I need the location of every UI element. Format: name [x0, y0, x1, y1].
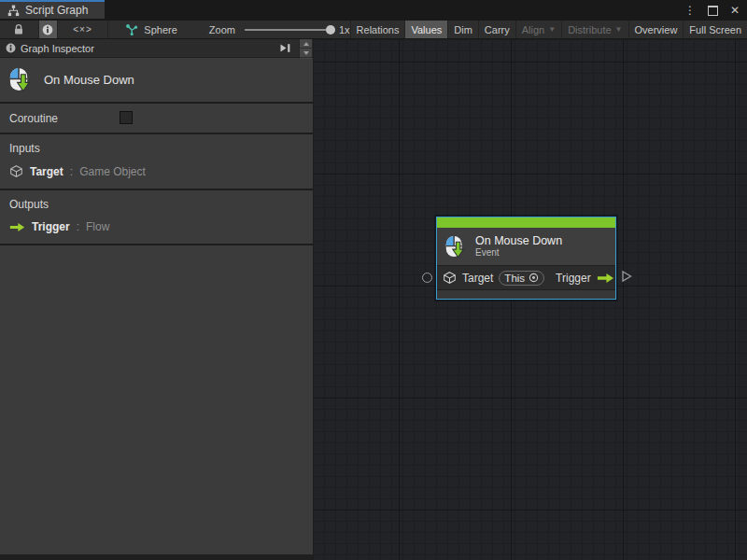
flow-arrow-icon	[9, 222, 25, 232]
overview-label: Overview	[635, 24, 678, 35]
trigger-port-label: Trigger	[556, 272, 591, 285]
target-port-label: Target	[462, 272, 493, 285]
unit-header: On Mouse Down	[0, 58, 313, 102]
align-label: Align	[522, 24, 544, 35]
toolbar-button-group: Relations Values Dim Carry Align ▼ Distr…	[350, 21, 747, 38]
values-label: Values	[411, 24, 442, 35]
target-value-button[interactable]: This	[499, 271, 544, 286]
output-port-handle[interactable]	[621, 270, 632, 283]
maximize-icon[interactable]	[708, 6, 718, 16]
align-dropdown[interactable]: Align ▼	[515, 21, 561, 38]
scroll-down-button[interactable]	[300, 49, 312, 58]
node-ports-row: Target This Trigger	[437, 265, 615, 290]
more-menu-icon[interactable]: ⋮	[684, 5, 696, 16]
pin-separator: :	[77, 220, 79, 233]
panel-bottom-edge	[0, 554, 313, 560]
coroutine-row: Coroutine	[0, 104, 313, 133]
graph-toolbar: <×> Sphere Zoom 1x Relations Values Dim	[0, 21, 747, 39]
node-color-bar	[437, 217, 615, 228]
triangle-up-icon	[303, 42, 309, 46]
unit-title: On Mouse Down	[44, 73, 134, 87]
output-pin-row: Trigger : Flow	[9, 220, 313, 233]
values-button[interactable]: Values	[404, 21, 447, 38]
zoom-value: 1x	[339, 24, 350, 35]
node-header[interactable]: On Mouse Down Event	[437, 228, 615, 265]
chevron-down-icon: ▼	[615, 25, 623, 34]
relations-label: Relations	[357, 24, 400, 35]
triangle-down-icon	[303, 51, 309, 55]
tab-script-graph[interactable]: Script Graph	[0, 0, 105, 19]
node-footer	[437, 290, 615, 299]
info-icon	[6, 43, 16, 53]
window-controls: ⋮ ✕	[684, 0, 740, 21]
flow-arrow-icon	[597, 273, 614, 284]
distribute-dropdown[interactable]: Distribute ▼	[561, 21, 627, 38]
input-port-handle[interactable]	[422, 273, 432, 283]
lock-icon	[13, 23, 24, 35]
window-tab-bar: Script Graph ⋮ ✕	[0, 0, 747, 21]
input-pin-row: Target : Game Object	[9, 164, 313, 178]
graph-canvas[interactable]: On Mouse Down Event Target This	[313, 39, 747, 560]
info-icon	[42, 24, 53, 35]
carry-label: Carry	[485, 24, 510, 35]
zoom-slider-knob[interactable]	[326, 25, 335, 35]
edit-graph-button[interactable]: <×>	[58, 21, 109, 38]
mouse-down-icon	[8, 66, 32, 93]
relations-button[interactable]: Relations	[350, 21, 405, 38]
cube-icon	[9, 164, 23, 178]
close-icon[interactable]: ✕	[730, 5, 740, 16]
chevron-down-icon: ▼	[548, 25, 556, 34]
dim-button[interactable]: Dim	[447, 21, 478, 38]
output-pin-name: Trigger	[32, 220, 70, 233]
outputs-section: Outputs Trigger : Flow	[0, 190, 313, 244]
carry-button[interactable]: Carry	[478, 21, 515, 38]
coroutine-label: Coroutine	[9, 112, 58, 125]
divider	[0, 244, 313, 245]
graph-inspector-panel: Graph Inspector On Mouse Down Coroutine	[0, 39, 313, 560]
scroll-up-button[interactable]	[300, 39, 312, 49]
inspector-title: Graph Inspector	[21, 43, 94, 54]
event-node[interactable]: On Mouse Down Event Target This	[436, 217, 616, 300]
code-icon: <×>	[73, 24, 92, 35]
node-title: On Mouse Down	[475, 234, 562, 247]
target-value: This	[504, 273, 525, 284]
inspector-header: Graph Inspector	[0, 39, 313, 58]
tab-title: Script Graph	[25, 4, 88, 17]
mouse-down-icon	[444, 234, 466, 259]
zoom-control: Zoom 1x	[209, 24, 350, 35]
full-screen-button[interactable]: Full Screen	[683, 21, 747, 38]
cube-icon	[443, 271, 457, 285]
zoom-slider[interactable]	[245, 29, 331, 31]
object-picker-icon	[529, 273, 539, 283]
input-pin-name: Target	[30, 165, 63, 178]
graph-reference[interactable]: Sphere	[108, 21, 186, 38]
script-graph-tab-icon	[7, 5, 20, 17]
pin-separator: :	[70, 165, 73, 178]
full-screen-label: Full Screen	[689, 24, 741, 35]
coroutine-checkbox[interactable]	[120, 111, 133, 124]
distribute-label: Distribute	[568, 24, 611, 35]
inspector-toggle-button[interactable]	[39, 21, 58, 38]
output-pin-type: Flow	[86, 220, 109, 233]
panel-collapse-icon[interactable]	[279, 43, 292, 53]
dim-label: Dim	[454, 24, 472, 35]
inputs-heading: Inputs	[9, 142, 313, 155]
input-pin-type: Game Object	[79, 165, 146, 178]
graph-name-label: Sphere	[144, 24, 176, 35]
graph-asset-icon	[125, 23, 138, 36]
scroll-stepper	[299, 39, 312, 59]
node-subtitle: Event	[475, 247, 562, 259]
overview-button[interactable]: Overview	[628, 21, 684, 38]
zoom-label: Zoom	[209, 24, 235, 35]
inputs-section: Inputs Target : Game Object	[0, 134, 313, 189]
outputs-heading: Outputs	[9, 198, 313, 211]
lock-button[interactable]	[0, 21, 39, 38]
